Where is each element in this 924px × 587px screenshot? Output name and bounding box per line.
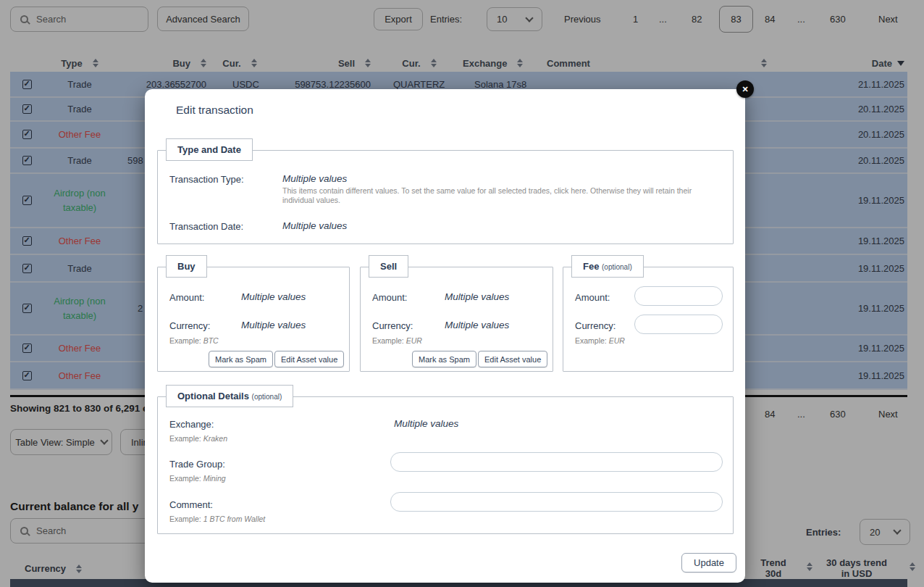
sell-section: Sell Amount: Multiple values Currency: M… xyxy=(360,267,553,372)
optional-details-section: Optional Details (optional) Exchange: Mu… xyxy=(157,396,734,534)
fee-example: Example: EUR xyxy=(575,336,625,345)
fee-section: Fee (optional) Amount: Currency: Example… xyxy=(563,267,734,372)
sell-amount-label: Amount: xyxy=(372,292,407,303)
close-icon[interactable]: ✕ xyxy=(736,80,754,98)
trade-group-input[interactable] xyxy=(390,452,723,472)
type-and-date-section: Type and Date Transaction Type: Multiple… xyxy=(157,150,734,244)
exchange-example: Example: Kraken xyxy=(169,434,227,443)
trade-group-example: Example: Mining xyxy=(169,474,226,483)
buy-edit-asset-value-button[interactable]: Edit Asset value xyxy=(274,351,344,367)
exchange-label: Exchange: xyxy=(169,419,214,430)
fee-currency-input[interactable] xyxy=(634,315,723,334)
buy-legend: Buy xyxy=(166,255,207,278)
sell-edit-asset-value-button[interactable]: Edit Asset value xyxy=(478,351,547,367)
buy-section: Buy Amount: Multiple values Currency: Mu… xyxy=(157,267,350,372)
comment-input[interactable] xyxy=(390,492,723,512)
fee-amount-input[interactable] xyxy=(634,286,723,306)
sell-currency-label: Currency: xyxy=(372,320,413,331)
optional-details-legend: Optional Details (optional) xyxy=(166,385,293,407)
update-button[interactable]: Update xyxy=(681,553,736,573)
app-window: Advanced Search Export Entries: 10 Previ… xyxy=(0,0,924,587)
transaction-type-value[interactable]: Multiple values xyxy=(282,173,347,184)
buy-amount-value[interactable]: Multiple values xyxy=(241,291,306,302)
transaction-date-value[interactable]: Multiple values xyxy=(282,220,347,231)
transaction-type-help-text: This items contain different values. To … xyxy=(282,186,692,205)
sell-legend: Sell xyxy=(369,255,408,278)
buy-amount-label: Amount: xyxy=(169,292,204,303)
sell-example: Example: EUR xyxy=(372,336,422,345)
exchange-value[interactable]: Multiple values xyxy=(394,418,458,429)
fee-amount-label: Amount: xyxy=(575,292,610,303)
type-and-date-legend: Type and Date xyxy=(166,138,253,161)
transaction-date-label: Transaction Date: xyxy=(169,221,243,232)
sell-amount-value[interactable]: Multiple values xyxy=(445,291,509,302)
buy-currency-value[interactable]: Multiple values xyxy=(241,320,306,330)
trade-group-label: Trade Group: xyxy=(169,459,225,470)
transaction-type-label: Transaction Type: xyxy=(169,174,244,185)
comment-example: Example: 1 BTC from Wallet xyxy=(169,515,265,523)
edit-transaction-dialog: ✕ Edit transaction Type and Date Transac… xyxy=(145,89,745,583)
sell-currency-value[interactable]: Multiple values xyxy=(445,320,509,330)
modal-title: Edit transaction xyxy=(176,104,253,117)
buy-example: Example: BTC xyxy=(169,336,219,345)
sell-mark-as-spam-button[interactable]: Mark as Spam xyxy=(412,351,476,367)
buy-mark-as-spam-button[interactable]: Mark as Spam xyxy=(209,351,273,367)
comment-label: Comment: xyxy=(169,499,213,510)
fee-legend: Fee (optional) xyxy=(571,255,644,278)
buy-currency-label: Currency: xyxy=(169,320,210,331)
fee-currency-label: Currency: xyxy=(575,320,616,331)
